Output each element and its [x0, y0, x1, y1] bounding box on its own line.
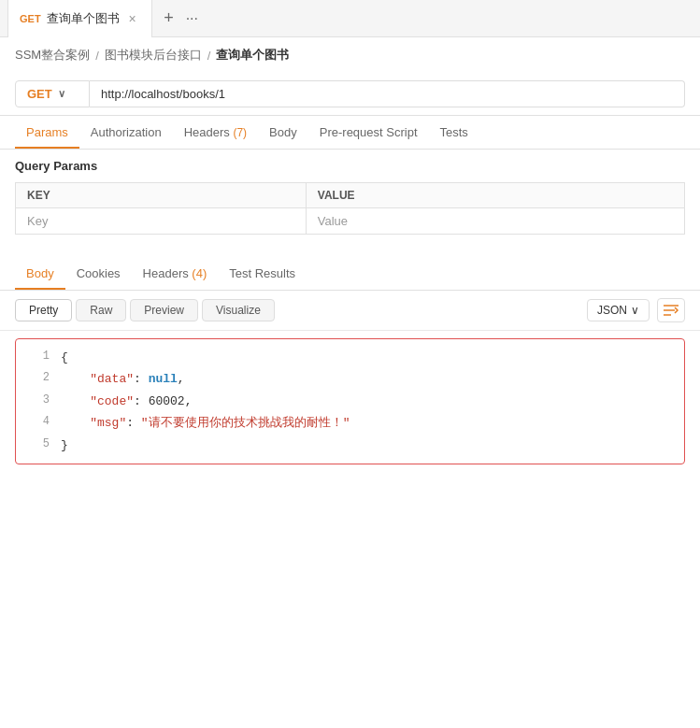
- line-number: 2: [23, 368, 50, 390]
- key-column-header: KEY: [16, 183, 307, 208]
- tab-bar: GET 查询单个图书 × + ···: [0, 0, 700, 37]
- request-tabs: Params Authorization Headers (7) Body Pr…: [0, 116, 700, 150]
- response-section: Body Cookies Headers (4) Test Results Pr…: [0, 257, 700, 464]
- params-empty-row: Key Value: [16, 208, 685, 235]
- resp-tab-test-results[interactable]: Test Results: [218, 257, 307, 290]
- more-tabs-button[interactable]: ···: [186, 10, 198, 27]
- new-tab-button[interactable]: +: [156, 6, 182, 32]
- breadcrumb-sep-2: /: [207, 49, 211, 63]
- breadcrumb-current: 查询单个图书: [216, 47, 289, 64]
- format-raw-button[interactable]: Raw: [76, 299, 126, 321]
- tab-body[interactable]: Body: [258, 116, 308, 149]
- line-number: 4: [23, 412, 50, 434]
- code-line-3: 3 "code": 60002,: [16, 391, 684, 412]
- url-input[interactable]: [90, 80, 685, 107]
- format-visualize-button[interactable]: Visualize: [202, 299, 275, 321]
- code-line-5: 5 }: [16, 435, 684, 456]
- tab-headers[interactable]: Headers (7): [173, 116, 258, 149]
- tab-pre-request-script[interactable]: Pre-request Script: [308, 116, 429, 149]
- tab-method-badge: GET: [20, 13, 41, 24]
- format-bar: Pretty Raw Preview Visualize JSON ∨: [0, 291, 700, 331]
- json-format-select[interactable]: JSON ∨: [587, 299, 650, 321]
- active-tab[interactable]: GET 查询单个图书 ×: [7, 0, 152, 37]
- tab-authorization[interactable]: Authorization: [79, 116, 173, 149]
- format-preview-button[interactable]: Preview: [130, 299, 198, 321]
- line-number: 1: [23, 347, 50, 368]
- params-table: KEY VALUE Key Value: [15, 182, 685, 235]
- word-wrap-icon: [663, 303, 679, 318]
- json-code-block: 1 { 2 "data": null, 3 "code": 60002, 4 "…: [15, 338, 685, 464]
- value-column-header: VALUE: [306, 183, 684, 208]
- resp-tab-headers[interactable]: Headers (4): [132, 257, 219, 290]
- breadcrumb-item-2[interactable]: 图书模块后台接口: [105, 47, 202, 64]
- format-chevron-icon: ∨: [631, 304, 639, 317]
- method-select[interactable]: GET ∨: [15, 80, 90, 107]
- query-params-title: Query Params: [0, 150, 700, 182]
- url-bar: GET ∨: [0, 73, 700, 116]
- code-line-2: 2 "data": null,: [16, 368, 684, 390]
- tab-close-button[interactable]: ×: [125, 11, 140, 26]
- tab-title: 查询单个图书: [47, 10, 120, 27]
- tab-tests[interactable]: Tests: [429, 116, 479, 149]
- line-number: 5: [23, 435, 50, 456]
- code-line-4: 4 "msg": "请不要使用你的技术挑战我的耐性！": [16, 412, 684, 434]
- response-tabs: Body Cookies Headers (4) Test Results: [0, 257, 700, 291]
- method-label: GET: [27, 87, 52, 101]
- format-select-label: JSON: [597, 304, 627, 317]
- word-wrap-button[interactable]: [657, 298, 685, 322]
- value-cell[interactable]: Value: [306, 208, 684, 235]
- line-number: 3: [23, 391, 50, 412]
- breadcrumb: SSM整合案例 / 图书模块后台接口 / 查询单个图书: [0, 37, 700, 73]
- key-cell[interactable]: Key: [16, 208, 307, 235]
- tab-params[interactable]: Params: [15, 116, 79, 149]
- breadcrumb-item-1[interactable]: SSM整合案例: [15, 47, 90, 64]
- resp-tab-body[interactable]: Body: [15, 257, 65, 290]
- resp-tab-cookies[interactable]: Cookies: [65, 257, 132, 290]
- resp-headers-badge: (4): [192, 266, 207, 280]
- headers-badge: (7): [233, 126, 247, 139]
- method-chevron-icon: ∨: [58, 88, 65, 100]
- code-line-1: 1 {: [16, 347, 684, 368]
- format-pretty-button[interactable]: Pretty: [15, 299, 72, 321]
- breadcrumb-sep-1: /: [95, 49, 99, 63]
